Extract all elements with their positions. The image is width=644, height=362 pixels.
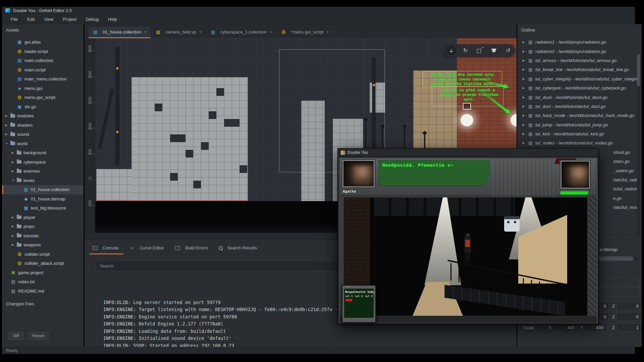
outline-item[interactable]: tut_cyber_integrity - /world/tutorials/t… bbox=[517, 74, 637, 83]
editor-tab[interactable]: camera_field.vp × bbox=[151, 27, 206, 38]
expand-arrow-icon[interactable] bbox=[523, 141, 528, 144]
console-tab[interactable]: Console bbox=[90, 243, 123, 254]
tree-item[interactable]: menu.gui_script bbox=[2, 93, 83, 102]
tree-item[interactable]: main_menu.collection bbox=[2, 74, 83, 84]
menu-item[interactable]: Edit bbox=[22, 15, 39, 23]
tree-item[interactable]: weapons bbox=[2, 240, 83, 250]
expand-arrow-icon[interactable] bbox=[12, 148, 17, 158]
expand-arrow-icon[interactable] bbox=[523, 59, 528, 62]
tree-item[interactable]: collider.script bbox=[2, 250, 83, 259]
window-controls[interactable]: ⋯ bbox=[591, 150, 596, 155]
expand-arrow-icon[interactable] bbox=[12, 231, 17, 241]
tree-item[interactable]: 01_house.collection bbox=[2, 185, 83, 194]
expand-arrow-icon[interactable] bbox=[523, 105, 528, 108]
tree-item[interactable]: collider_attack.script bbox=[2, 259, 83, 268]
outline-item[interactable]: radiation2 - /world/props/radiation.go bbox=[517, 47, 637, 56]
rotate-icon[interactable] bbox=[461, 46, 471, 56]
expand-arrow-icon[interactable] bbox=[12, 167, 17, 176]
position-z-field[interactable]: 0 bbox=[616, 302, 642, 310]
tilemap-resource-value[interactable]: e.tilemap bbox=[600, 247, 618, 252]
outline-item[interactable]: radiation1 - /world/props/radiation.go bbox=[517, 38, 637, 47]
tree-item[interactable]: enemies bbox=[2, 167, 83, 176]
rotation-z-field[interactable]: 0 bbox=[616, 312, 642, 321]
menu-item[interactable]: Debug bbox=[81, 15, 103, 23]
tree-item[interactable]: 01_house.tilemap bbox=[2, 194, 83, 204]
outline-item[interactable]: tut_jump - /world/tutorials/tut_jump.go bbox=[517, 120, 637, 129]
console-tab[interactable]: Search Results bbox=[216, 243, 262, 254]
tree-item[interactable]: props bbox=[2, 222, 83, 231]
expand-arrow-icon[interactable] bbox=[12, 240, 17, 250]
tree-item[interactable]: test_big.tilesource bbox=[2, 203, 83, 213]
tree-item[interactable]: background bbox=[2, 148, 83, 158]
editor-tab[interactable]: *menu.gui_script × bbox=[277, 27, 333, 38]
tree-item[interactable]: player bbox=[2, 213, 83, 222]
tree-item[interactable]: gui.atlas bbox=[2, 38, 83, 47]
console-tab[interactable]: Build Errors bbox=[172, 243, 213, 254]
scale-x-field[interactable]: 400 bbox=[553, 323, 578, 332]
move-icon[interactable] bbox=[446, 46, 456, 56]
tab-close-icon[interactable]: × bbox=[270, 30, 272, 35]
tree-item[interactable]: loader.script bbox=[2, 47, 83, 56]
tree-item[interactable]: shaders bbox=[2, 121, 83, 130]
expand-arrow-icon[interactable] bbox=[523, 123, 528, 126]
tree-item[interactable]: main.collection bbox=[2, 56, 83, 65]
expand-arrow-icon[interactable] bbox=[5, 111, 10, 121]
expand-arrow-icon[interactable] bbox=[523, 68, 528, 71]
expand-arrow-icon[interactable] bbox=[523, 50, 528, 53]
tab-close-icon[interactable]: × bbox=[326, 30, 329, 35]
tree-item[interactable]: game.project bbox=[2, 268, 83, 278]
editor-tab[interactable]: cyberspace_1.collection × bbox=[206, 27, 276, 38]
expand-arrow-icon[interactable] bbox=[523, 41, 528, 44]
menu-item[interactable]: Project bbox=[58, 15, 81, 23]
outline-item[interactable]: tut_armour - /world/tutorials/tut_armour… bbox=[517, 56, 637, 65]
expand-arrow-icon[interactable] bbox=[12, 222, 17, 231]
expand-arrow-icon[interactable] bbox=[523, 86, 528, 89]
tree-item[interactable]: modules bbox=[2, 111, 83, 121]
expand-arrow-icon[interactable] bbox=[5, 121, 10, 130]
outline-item[interactable]: tut_cyberjack - /world/tutorials/tut_cyb… bbox=[517, 83, 637, 93]
outline-item[interactable]: tut_hack_mode - /world/tutorials/tut_hac… bbox=[517, 111, 637, 120]
outline-item[interactable]: tut_break_link - /world/tutorials/tut_br… bbox=[517, 65, 637, 74]
expand-arrow-icon[interactable] bbox=[5, 130, 10, 139]
expand-arrow-icon[interactable] bbox=[523, 114, 528, 117]
expand-arrow-icon[interactable] bbox=[12, 158, 17, 167]
scale-z-field[interactable]: 1 bbox=[616, 323, 642, 332]
scale-y-field[interactable]: 400 bbox=[584, 323, 606, 332]
expand-arrow-icon[interactable] bbox=[12, 176, 17, 185]
tree-item[interactable]: world bbox=[2, 139, 83, 148]
window-titlebar[interactable]: Double You - Defold Editor 2.0 bbox=[2, 7, 635, 14]
expand-arrow-icon[interactable] bbox=[523, 132, 528, 135]
expand-arrow-icon[interactable] bbox=[12, 213, 17, 222]
outline-item[interactable]: tut_kick - /world/tutorials/tut_kick.go bbox=[517, 129, 637, 138]
editor-tab[interactable]: 01_house.collection × bbox=[89, 27, 151, 38]
tree-item[interactable]: sfx.go bbox=[2, 102, 83, 112]
tree-item[interactable]: cyberspace bbox=[2, 158, 83, 167]
outline-item[interactable]: tut_duct - /world/tutorials/tut_duct.go bbox=[517, 102, 637, 111]
scrollbar-thumb[interactable] bbox=[637, 54, 640, 86]
tree-item[interactable]: levels bbox=[2, 176, 83, 185]
frustum-icon[interactable] bbox=[489, 46, 499, 56]
scale-icon[interactable] bbox=[475, 46, 485, 56]
game-window-titlebar[interactable]: Double You ⋯ bbox=[338, 148, 599, 157]
tree-item[interactable]: README.md bbox=[2, 287, 83, 296]
reset-icon[interactable] bbox=[503, 46, 513, 56]
tree-item[interactable]: tutorials bbox=[2, 231, 83, 241]
expand-arrow-icon[interactable] bbox=[5, 139, 10, 148]
outline-item[interactable]: tut_duck - /world/tutorials/tut_duck.go bbox=[517, 93, 637, 102]
expand-arrow-icon[interactable] bbox=[523, 77, 528, 80]
menu-item[interactable]: File bbox=[6, 15, 22, 23]
tab-close-icon[interactable]: × bbox=[199, 30, 202, 35]
diff-button[interactable]: Diff bbox=[9, 332, 23, 340]
outline-item[interactable]: tut_nodes - /world/tutorials/tut_nodes.g… bbox=[517, 138, 637, 147]
tree-item[interactable]: menu.gui bbox=[2, 84, 83, 93]
outline-scrollbar[interactable] bbox=[637, 54, 640, 235]
tree-item[interactable]: notes.txt bbox=[2, 277, 83, 287]
tree-item[interactable]: main.script bbox=[2, 65, 83, 75]
menu-item[interactable]: View bbox=[39, 15, 58, 23]
tab-close-icon[interactable]: × bbox=[144, 30, 147, 35]
expand-arrow-icon[interactable] bbox=[523, 96, 528, 99]
menu-item[interactable]: Help bbox=[103, 15, 122, 23]
console-tab[interactable]: Curve Editor bbox=[127, 243, 169, 254]
tree-item[interactable]: sound bbox=[2, 130, 83, 139]
revert-button[interactable]: Revert bbox=[28, 332, 49, 340]
